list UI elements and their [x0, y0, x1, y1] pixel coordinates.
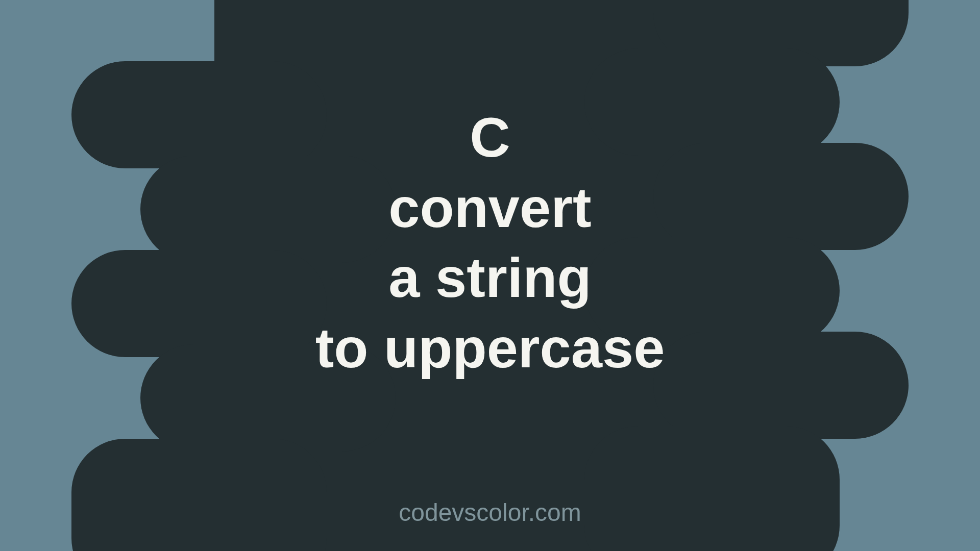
- decorative-blob: [653, 143, 909, 250]
- decorative-blob: [584, 426, 840, 551]
- title-line-2: convert: [315, 172, 665, 243]
- decorative-blob: [653, 332, 909, 439]
- watermark-text: codevscolor.com: [399, 498, 581, 527]
- title-line-1: C: [315, 102, 665, 172]
- decorative-blob: [71, 61, 327, 168]
- title-line-4: to uppercase: [315, 313, 665, 383]
- decorative-blob: [71, 439, 327, 551]
- decorative-blob: [71, 250, 327, 357]
- title-line-3: a string: [315, 242, 665, 313]
- title-block: C convert a string to uppercase: [315, 102, 665, 383]
